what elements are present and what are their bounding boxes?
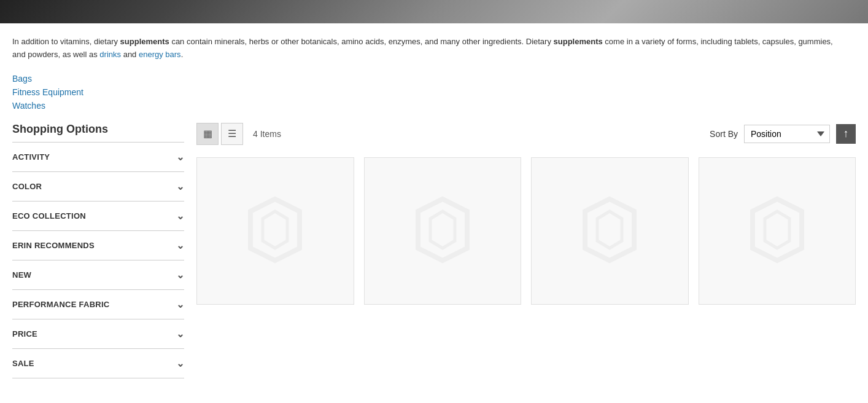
chevron-down-icon: ⌄: [176, 358, 184, 369]
sort-label: Sort By: [710, 129, 738, 139]
chevron-down-icon: ⌄: [176, 328, 184, 340]
filter-price[interactable]: PRICE ⌄: [12, 319, 184, 349]
product-placeholder: [573, 193, 646, 268]
filter-price-label: PRICE: [12, 329, 37, 338]
view-toggle: ▦ ☰: [196, 123, 243, 145]
toolbar: ▦ ☰ 4 Items Sort By Position Product Nam…: [196, 123, 856, 145]
filter-color[interactable]: COLOR ⌄: [12, 172, 184, 202]
filter-color-label: COLOR: [12, 182, 42, 191]
product-placeholder: [238, 193, 312, 268]
chevron-down-icon: ⌄: [176, 151, 184, 163]
hero-banner: [0, 0, 868, 23]
filter-activity-label: ACTIVITY: [12, 152, 50, 162]
svg-marker-6: [753, 199, 802, 260]
filter-sale-label: SALE: [12, 359, 34, 368]
description-area: In addition to vitamins, dietary supplem…: [0, 23, 847, 68]
svg-marker-1: [263, 211, 287, 248]
chevron-down-icon: ⌄: [176, 269, 184, 281]
product-placeholder: [406, 193, 479, 268]
sidebar: Shopping Options ACTIVITY ⌄ COLOR ⌄ ECO …: [12, 123, 184, 378]
content-area: ▦ ☰ 4 Items Sort By Position Product Nam…: [196, 123, 856, 378]
svg-marker-3: [430, 211, 455, 248]
list-view-button[interactable]: ☰: [221, 123, 243, 145]
sort-select[interactable]: Position Product Name Price: [744, 125, 830, 143]
category-links: Bags Fitness Equipment Watches: [0, 68, 868, 117]
product-placeholder: [740, 193, 814, 268]
svg-marker-0: [250, 199, 300, 260]
drinks-link[interactable]: drinks: [99, 50, 121, 59]
svg-marker-2: [418, 199, 467, 260]
watches-link[interactable]: Watches: [12, 101, 856, 111]
filter-new[interactable]: NEW ⌄: [12, 260, 184, 290]
product-card[interactable]: [364, 157, 522, 305]
product-card[interactable]: [531, 157, 689, 305]
shopping-options-title: Shopping Options: [12, 123, 184, 143]
fitness-equipment-link[interactable]: Fitness Equipment: [12, 87, 856, 97]
filter-new-label: NEW: [12, 270, 31, 280]
main-layout: Shopping Options ACTIVITY ⌄ COLOR ⌄ ECO …: [0, 117, 868, 385]
chevron-down-icon: ⌄: [176, 181, 184, 192]
filter-sale[interactable]: SALE ⌄: [12, 349, 184, 378]
product-card[interactable]: [699, 157, 856, 305]
svg-marker-4: [585, 199, 634, 260]
grid-view-button[interactable]: ▦: [196, 123, 219, 145]
chevron-down-icon: ⌄: [176, 240, 184, 251]
filter-eco-collection-label: ECO COLLECTION: [12, 211, 86, 221]
sort-area: Sort By Position Product Name Price ↑: [710, 124, 856, 144]
filter-performance-fabric[interactable]: PERFORMANCE FABRIC ⌄: [12, 290, 184, 319]
products-grid: [196, 157, 856, 305]
items-count: 4 Items: [253, 129, 710, 139]
filter-erin-recommends-label: ERIN RECOMMENDS: [12, 241, 95, 250]
product-card[interactable]: [196, 157, 354, 305]
filter-performance-fabric-label: PERFORMANCE FABRIC: [12, 300, 110, 309]
bags-link[interactable]: Bags: [12, 74, 856, 84]
chevron-down-icon: ⌄: [176, 299, 184, 310]
filter-erin-recommends[interactable]: ERIN RECOMMENDS ⌄: [12, 231, 184, 260]
sort-asc-button[interactable]: ↑: [836, 124, 856, 144]
svg-marker-5: [597, 211, 622, 248]
energy-bars-link[interactable]: energy bars: [139, 50, 181, 59]
description-text: In addition to vitamins, dietary supplem…: [12, 37, 833, 59]
chevron-down-icon: ⌄: [176, 210, 184, 222]
filter-eco-collection[interactable]: ECO COLLECTION ⌄: [12, 202, 184, 231]
svg-marker-7: [765, 211, 789, 248]
filter-activity[interactable]: ACTIVITY ⌄: [12, 143, 184, 172]
